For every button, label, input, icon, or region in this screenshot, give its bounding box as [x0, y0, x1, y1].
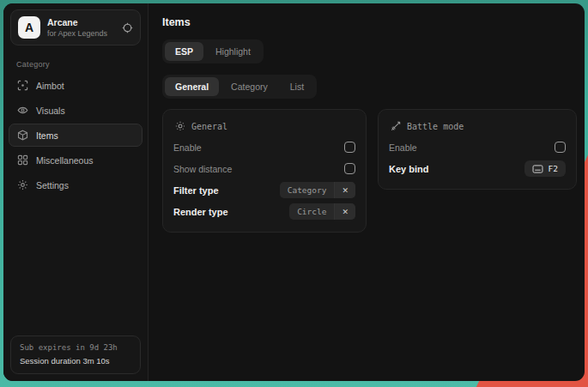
sun-icon	[175, 121, 185, 131]
tab-general[interactable]: General	[165, 77, 219, 96]
eye-icon	[17, 105, 28, 116]
key-bind-button[interactable]: F2	[524, 160, 566, 177]
setting-row-show-distance: Show distance	[173, 158, 355, 179]
main-content: Items ESP Highlight General Category Lis…	[149, 3, 585, 381]
sidebar-item-visuals[interactable]: Visuals	[9, 99, 142, 122]
tab-category[interactable]: Category	[221, 77, 278, 96]
enable-checkbox[interactable]	[344, 142, 355, 153]
target-icon[interactable]	[122, 22, 133, 33]
battle-enable-checkbox[interactable]	[555, 142, 566, 153]
sidebar: A Arcane for Apex Legends Category	[3, 3, 149, 381]
setting-row-enable: Enable	[173, 136, 355, 158]
session-duration-text: Session duration 3m 10s	[20, 356, 131, 366]
keyboard-icon	[532, 165, 543, 173]
mode-tab-row: ESP Highlight	[162, 39, 577, 63]
box-icon	[17, 130, 28, 141]
sidebar-nav: Aimbot Visuals Items	[3, 74, 148, 197]
setting-label: Enable	[173, 142, 202, 153]
crosshair-icon	[17, 80, 28, 91]
category-label: Category	[16, 60, 148, 69]
mode-tab-group: ESP Highlight	[162, 39, 264, 63]
grid-icon	[17, 154, 28, 166]
setting-label: Render type	[173, 207, 228, 217]
panels-row: General Enable Show distance Filter type…	[162, 109, 577, 233]
sidebar-item-label: Settings	[36, 180, 69, 190]
app-meta: Arcane for Apex Legends	[47, 17, 107, 38]
tab-list[interactable]: List	[280, 77, 314, 96]
sub-expires-text: Sub expires in 9d 23h	[20, 343, 131, 352]
sidebar-item-label: Miscellaneous	[36, 155, 94, 166]
sidebar-item-items[interactable]: Items	[9, 124, 142, 147]
tab-esp[interactable]: ESP	[165, 42, 203, 61]
setting-label: Show distance	[173, 164, 232, 174]
setting-row-key-bind: Key bind F2	[389, 158, 566, 179]
view-tab-group: General Category List	[162, 75, 317, 99]
sidebar-item-aimbot[interactable]: Aimbot	[9, 74, 142, 97]
app-logo: A	[18, 16, 40, 39]
sidebar-item-label: Visuals	[36, 106, 65, 116]
gear-icon	[17, 179, 28, 190]
general-panel: General Enable Show distance Filter type…	[162, 109, 367, 233]
battle-panel-header: Battle mode	[391, 121, 566, 131]
app-name: Arcane	[47, 17, 107, 27]
filter-type-select[interactable]: Category ✕	[280, 182, 355, 198]
close-icon[interactable]: ✕	[334, 203, 355, 220]
close-icon[interactable]: ✕	[334, 182, 355, 198]
render-type-select[interactable]: Circle ✕	[289, 203, 355, 220]
key-bind-value: F2	[549, 164, 558, 173]
show-distance-checkbox[interactable]	[344, 163, 355, 174]
setting-row-render-type: Render type Circle ✕	[173, 201, 355, 222]
sidebar-item-label: Items	[36, 130, 58, 141]
setting-label: Key bind	[389, 164, 428, 174]
app-subtitle: for Apex Legends	[47, 29, 107, 38]
sword-icon	[391, 121, 401, 131]
app-header-card: A Arcane for Apex Legends	[10, 9, 141, 45]
tab-highlight[interactable]: Highlight	[205, 42, 261, 61]
page-title: Items	[162, 16, 577, 28]
sidebar-item-label: Aimbot	[36, 81, 64, 91]
setting-label: Filter type	[173, 185, 219, 196]
sidebar-item-settings[interactable]: Settings	[9, 173, 142, 197]
setting-row-filter-type: Filter type Category ✕	[173, 179, 355, 201]
render-type-value: Circle	[289, 203, 334, 220]
setting-label: Enable	[389, 142, 417, 153]
sidebar-item-miscellaneous[interactable]: Miscellaneous	[9, 148, 142, 172]
view-tab-row: General Category List	[162, 75, 577, 99]
setting-row-battle-enable: Enable	[389, 136, 566, 158]
general-panel-header: General	[175, 121, 355, 131]
general-panel-title: General	[191, 122, 227, 131]
app-window: A Arcane for Apex Legends Category	[3, 3, 585, 381]
filter-type-value: Category	[280, 182, 335, 198]
battle-mode-panel: Battle mode Enable Key bind	[378, 109, 577, 190]
battle-panel-title: Battle mode	[407, 122, 464, 131]
subscription-card: Sub expires in 9d 23h Session duration 3…	[10, 336, 141, 374]
